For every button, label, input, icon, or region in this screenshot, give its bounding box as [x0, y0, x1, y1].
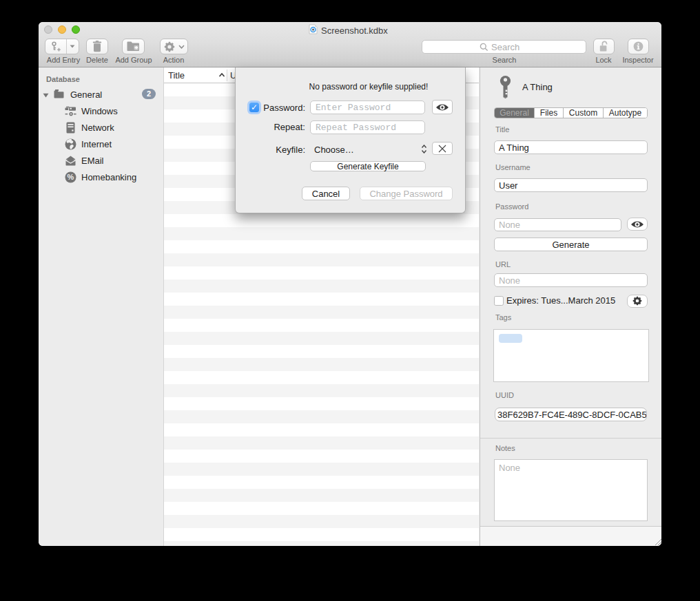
svg-text:%: %	[68, 173, 74, 181]
